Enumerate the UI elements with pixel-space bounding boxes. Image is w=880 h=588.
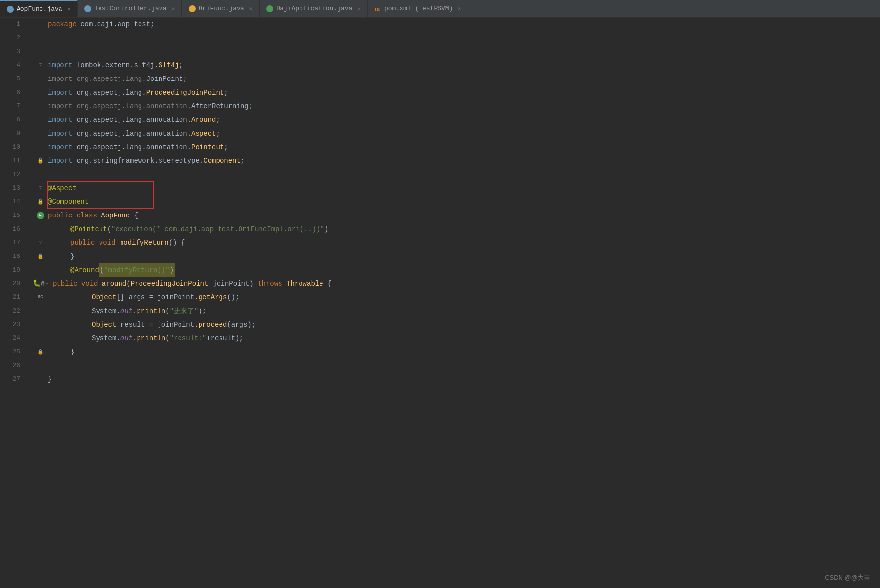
linenum-8: 8	[0, 113, 20, 127]
method-around: around	[102, 277, 126, 291]
tab-close-pomxml[interactable]: ✕	[458, 5, 461, 12]
linenum-20: 20	[0, 277, 20, 291]
tab-label-orifunc: OriFunc.java	[199, 5, 244, 12]
code-line-2	[33, 31, 880, 45]
fold-icon-13[interactable]: ▽	[39, 181, 42, 195]
fold-icon-17[interactable]: ▽	[39, 236, 42, 250]
code-line-21: ac Object[] args = joinPoint.getArgs();	[33, 291, 880, 304]
code-line-3	[33, 45, 880, 59]
import-path-9: org.aspectj.lang.annotation.	[77, 127, 191, 140]
lock-icon-25: 🔒	[37, 345, 44, 359]
watermark: CSDN @@大吉	[825, 573, 870, 582]
gutter-14: 🔒	[33, 195, 48, 209]
param-name-20: joinPoint	[213, 277, 250, 291]
import-class-9: Aspect	[191, 127, 216, 140]
type-object-21: Object	[92, 291, 116, 304]
varname-result: result	[120, 318, 145, 332]
run-icon-15[interactable]: ▶	[37, 212, 44, 219]
method-proceed: proceed	[198, 318, 227, 332]
joinpoint-21: joinPoint.	[157, 291, 198, 304]
tab-dajiapplication[interactable]: DajiApplication.java ✕	[260, 0, 368, 17]
code-line-12	[33, 168, 880, 181]
code-line-13: ▽ @Aspect	[33, 181, 880, 195]
method-println-22: println	[137, 304, 165, 318]
import-path-11: org.springframework.stereotype.	[77, 154, 203, 168]
tab-close-dajiapplication[interactable]: ✕	[357, 5, 360, 12]
tab-orifunc[interactable]: OriFunc.java ✕	[182, 0, 260, 17]
import-class-11: Component	[203, 154, 240, 168]
linenum-18: 18	[0, 250, 20, 263]
around-highlight-text: ("modifyReturn()")	[99, 263, 175, 277]
kw-void-17: void	[99, 236, 116, 250]
throwable-class-20: Throwable	[286, 277, 323, 291]
at-icon-20: @	[41, 277, 45, 291]
import-class-6: ProceedingJoinPoint	[146, 86, 224, 99]
line-numbers: 1 2 3 4 5 6 7 8 9 10 11 12 13 14 15 16 1…	[0, 18, 25, 588]
import-path-5: org.aspectj.lang.	[77, 72, 146, 86]
static-out-22: out	[120, 304, 133, 318]
code-line-4: ▽ import lombok.extern.slf4j.Slf4j;	[33, 59, 880, 72]
annotation-pointcut: @Pointcut	[70, 222, 107, 236]
code-line-25: 🔒 }	[33, 345, 880, 359]
paren-close-16: )	[324, 222, 328, 236]
import-path-4: lombok.extern.slf4j.	[77, 59, 159, 72]
fold-icon-4[interactable]: ▽	[39, 59, 42, 72]
code-line-6: import org.aspectj.lang.ProceedingJoinPo…	[33, 86, 880, 99]
joinpoint-23: joinPoint.	[157, 318, 198, 332]
tab-aopfunc[interactable]: AopFunc.java ✕	[0, 0, 78, 17]
tab-close-testcontroller[interactable]: ✕	[171, 5, 175, 12]
gutter-17: ▽	[33, 236, 48, 250]
linenum-21: 21	[0, 291, 20, 304]
method-modifyreturn: modifyReturn	[120, 236, 169, 250]
linenum-6: 6	[0, 86, 20, 99]
tab-pomxml[interactable]: m pom.xml (testPSVM) ✕	[368, 0, 468, 17]
tab-close-orifunc[interactable]: ✕	[249, 5, 253, 12]
semi-8: ;	[216, 113, 220, 127]
method-getargs: getArgs	[198, 291, 227, 304]
system-24: System.	[92, 332, 120, 345]
lock-icon-18: 🔒	[37, 250, 44, 263]
bracket-21: []	[116, 291, 124, 304]
linenum-16: 16	[0, 222, 20, 236]
brace-15: {	[134, 209, 138, 222]
tab-close-aopfunc[interactable]: ✕	[67, 6, 71, 12]
linenum-5: 5	[0, 72, 20, 86]
tab-icon-testcontroller	[84, 5, 91, 12]
linenum-14: 14	[0, 195, 20, 209]
tab-label-aopfunc: AopFunc.java	[17, 5, 62, 13]
semi-11: ;	[240, 154, 244, 168]
linenum-3: 3	[0, 45, 20, 59]
tab-icon-orifunc	[189, 5, 196, 12]
import-kw-5: import	[48, 72, 72, 86]
annotation-around: @Around	[70, 263, 99, 277]
tab-icon-pomxml: m	[375, 5, 381, 12]
semi-9: ;	[216, 127, 220, 140]
gutter-11: 🔒	[33, 154, 48, 168]
import-path-8: org.aspectj.lang.annotation.	[77, 113, 191, 127]
parens-21: ();	[227, 291, 239, 304]
green-icon-20: 🐛	[33, 277, 40, 291]
semi-7: ;	[249, 99, 253, 113]
import-kw-6: import	[48, 86, 72, 99]
args-call-23: (args);	[227, 318, 256, 332]
classname-15: AopFunc	[101, 209, 130, 222]
code-line-18: 🔒 }	[33, 250, 880, 263]
gutter-18: 🔒	[33, 250, 48, 263]
fold-icon-20[interactable]: ▽	[45, 277, 48, 291]
linenum-23: 23	[0, 318, 20, 332]
system-22: System.	[92, 304, 120, 318]
code-line-17: ▽ public void modifyReturn() {	[33, 236, 880, 250]
method-println-24: println	[137, 332, 165, 345]
code-line-15: ▶ public class AopFunc {	[33, 209, 880, 222]
paren-open-16: (	[107, 222, 111, 236]
code-content[interactable]: package com.daji.aop_test; ▽ import lomb…	[25, 18, 880, 588]
import-class-4: Slf4j	[159, 59, 179, 72]
import-kw-10: import	[48, 140, 72, 154]
code-line-16: @Pointcut("execution(* com.daji.aop_test…	[33, 222, 880, 236]
linenum-2: 2	[0, 31, 20, 45]
code-line-22: System.out.println("进来了");	[33, 304, 880, 318]
linenum-1: 1	[0, 18, 20, 31]
tab-testcontroller[interactable]: TestController.java ✕	[78, 0, 182, 17]
import-class-5: JoinPoint	[146, 72, 183, 86]
lock-icon-11: 🔒	[37, 154, 44, 168]
